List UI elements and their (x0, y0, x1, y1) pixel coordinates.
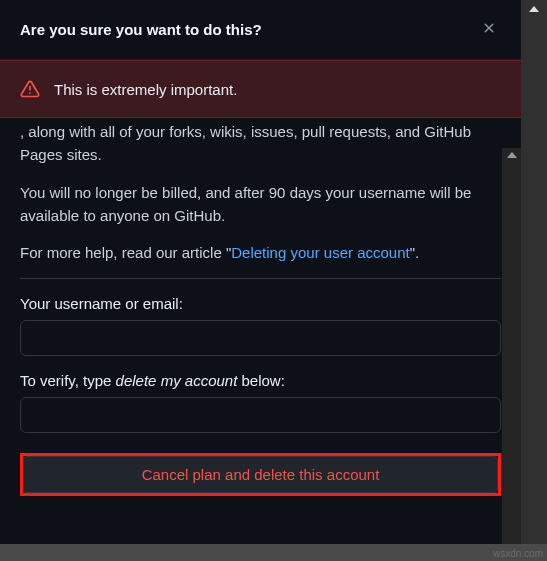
close-button[interactable] (477, 16, 501, 43)
scroll-up-arrow-icon[interactable] (529, 6, 539, 12)
text: , along with all of your forks, wikis, i… (20, 123, 471, 163)
text: For more help, read our article " (20, 244, 231, 261)
outer-scrollbar[interactable] (521, 0, 547, 544)
watermark-text: wsxdn.com (493, 548, 543, 559)
close-icon (481, 20, 497, 39)
divider (20, 278, 501, 279)
text: To verify, type (20, 372, 116, 389)
verify-input[interactable] (20, 397, 501, 433)
intro-paragraph: We will immediately delete all of your r… (20, 120, 501, 167)
username-input[interactable] (20, 320, 501, 356)
username-label: Your username or email: (20, 295, 501, 312)
text: ". (410, 244, 420, 261)
modal-title: Are you sure you want to do this? (20, 21, 262, 38)
help-paragraph: For more help, read our article "Deletin… (20, 241, 501, 264)
alert-triangle-icon (20, 79, 40, 99)
highlight-annotation: Cancel plan and delete this account (20, 453, 501, 496)
verify-phrase: delete my account (116, 372, 238, 389)
delete-account-button[interactable]: Cancel plan and delete this account (23, 456, 498, 493)
help-article-link[interactable]: Deleting your user account (231, 244, 409, 261)
verify-label: To verify, type delete my account below: (20, 372, 501, 389)
billing-paragraph: You will no longer be billed, and after … (20, 181, 501, 228)
warning-text: This is extremely important. (54, 81, 237, 98)
modal-scrollbar[interactable] (502, 148, 521, 544)
delete-account-modal: Are you sure you want to do this? This i… (0, 0, 521, 544)
scroll-up-arrow-icon[interactable] (507, 152, 517, 158)
text: below: (237, 372, 285, 389)
